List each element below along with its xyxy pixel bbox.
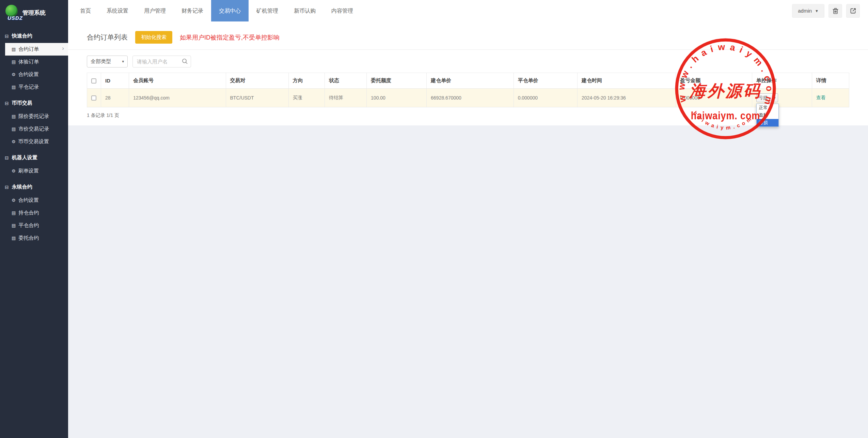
sidebar-section-coin-trade[interactable]: ⊟ 币币交易: [0, 96, 68, 110]
sidebar-section-perpetual-contract[interactable]: ⊟ 永续合约: [0, 180, 68, 194]
table-row: 28 123456@qq.com BTC/USDT 买涨 待结算 100.00 …: [87, 89, 849, 107]
gear-icon: ⚙: [12, 198, 16, 203]
cell-amount: 100.00: [367, 89, 427, 107]
logo-globe-icon: USDZ: [5, 5, 18, 17]
sidebar: ⊟ 快速合约 ▤ 合约订单 › ▤ 体验订单 ⚙ 合约设置 ▤ 平仓记录 ⊟ 币…: [0, 21, 68, 438]
sidebar-item-contract-settings[interactable]: ⚙ 合约设置: [5, 68, 68, 81]
search-icon[interactable]: [182, 58, 188, 66]
user-dropdown-button[interactable]: admin ▼: [792, 4, 824, 18]
cell-account: 123456@qq.com: [129, 89, 226, 107]
chevron-down-icon: ▾: [122, 59, 124, 64]
sidebar-item-holding-contracts[interactable]: ▤ 持仓合约: [5, 207, 68, 219]
sidebar-item-trial-orders[interactable]: ▤ 体验订单: [5, 56, 68, 68]
select-all-checkbox[interactable]: [91, 78, 96, 84]
sidebar-section-robot-settings[interactable]: ⊟ 机器人设置: [0, 151, 68, 165]
nav-item-newcoin-subscribe[interactable]: 新币认购: [286, 0, 323, 21]
control-options-panel: 正常 盈利 亏损: [756, 104, 779, 127]
sidebar-item-label: 合约设置: [18, 197, 39, 203]
sidebar-item-contract-orders[interactable]: ▤ 合约订单 ›: [5, 43, 68, 56]
sidebar-item-entrust-contracts[interactable]: ▤ 委托合约: [5, 232, 68, 244]
collapse-icon: ⊟: [5, 101, 9, 106]
sidebar-item-coin-trade-settings[interactable]: ⚙ 币币交易设置: [5, 135, 68, 148]
sidebar-section-quick-contract[interactable]: ⊟ 快速合约: [0, 29, 68, 43]
sidebar-item-perpetual-settings[interactable]: ⚙ 合约设置: [5, 194, 68, 207]
sidebar-item-label: 体验订单: [18, 59, 39, 65]
col-id: ID: [101, 73, 129, 89]
collapse-icon: ⊟: [5, 155, 9, 161]
type-filter-select[interactable]: 全部类型 ▾: [87, 56, 128, 67]
cell-pair: BTC/USDT: [226, 89, 288, 107]
pagination-info: 1 条记录 1/1 页: [87, 112, 849, 119]
list-icon: ▤: [12, 59, 16, 64]
col-open-price: 建仓单价: [427, 73, 514, 89]
sidebar-item-label: 合约订单: [18, 46, 39, 52]
cell-open-price: 66928.670000: [427, 89, 514, 107]
list-icon: ▤: [12, 47, 16, 52]
gear-icon: ⚙: [12, 139, 16, 144]
list-icon: ▤: [12, 126, 16, 132]
cell-id: 28: [101, 89, 129, 107]
sidebar-item-label: 平仓记录: [18, 84, 39, 90]
sidebar-item-label: 合约设置: [18, 71, 39, 78]
nav-item-finance-records[interactable]: 财务记录: [174, 0, 211, 21]
nav-item-miner-management[interactable]: 矿机管理: [249, 0, 286, 21]
nav-item-system-settings[interactable]: 系统设置: [99, 0, 136, 21]
main-content: 合约订单列表 初始化搜索 如果用户ID被指定盈亏,不受单控影响 全部类型 ▾: [68, 21, 868, 438]
trash-icon: [832, 7, 839, 14]
list-icon: ▤: [12, 223, 16, 228]
control-option-loss[interactable]: 亏损: [757, 119, 778, 126]
chevron-down-icon: ▾: [774, 96, 776, 100]
sidebar-item-limit-order-records[interactable]: ▤ 限价委托记录: [5, 110, 68, 123]
col-profit: 盈亏金额: [676, 73, 752, 89]
cell-status: 待结算: [325, 89, 366, 107]
col-status: 状态: [325, 73, 366, 89]
logo-text: USDZ: [7, 15, 23, 21]
view-detail-link[interactable]: 查看: [816, 95, 826, 100]
control-select[interactable]: 亏损 ▾: [756, 93, 778, 102]
logout-button[interactable]: [846, 4, 860, 18]
trash-button[interactable]: [828, 4, 842, 18]
nav-item-content-management[interactable]: 内容管理: [323, 0, 361, 21]
collapse-icon: ⊟: [5, 184, 9, 190]
sidebar-item-label: 限价委托记录: [18, 113, 49, 120]
chevron-down-icon: ▼: [815, 9, 819, 13]
list-icon: ▤: [12, 114, 16, 119]
nav-item-user-management[interactable]: 用户管理: [136, 0, 174, 21]
cell-direction: 买涨: [288, 89, 325, 107]
col-account: 会员账号: [129, 73, 226, 89]
nav-item-home[interactable]: 首页: [72, 0, 99, 21]
col-pair: 交易对: [226, 73, 288, 89]
col-detail: 详情: [812, 73, 849, 89]
control-option-normal[interactable]: 正常: [757, 104, 778, 111]
sidebar-item-brush-order-settings[interactable]: ⚙ 刷单设置: [5, 165, 68, 177]
sidebar-item-label: 币币交易设置: [18, 138, 49, 145]
collapse-icon: ⊟: [5, 33, 9, 39]
nav-item-trade-center[interactable]: 交易中心: [211, 0, 249, 21]
sidebar-item-label: 委托合约: [18, 235, 39, 241]
control-option-profit[interactable]: 盈利: [757, 111, 778, 119]
sidebar-item-closed-contracts[interactable]: ▤ 平仓合约: [5, 219, 68, 232]
table-header-row: ID 会员账号 交易对 方向 状态 委托额度 建仓单价 平仓单价 建仓时间 盈亏…: [87, 73, 849, 89]
sidebar-item-label: 市价交易记录: [18, 126, 49, 132]
cell-close-price: 0.000000: [514, 89, 577, 107]
list-icon: ▤: [12, 236, 16, 241]
sidebar-item-market-trade-records[interactable]: ▤ 市价交易记录: [5, 123, 68, 135]
section-title: 币币交易: [12, 100, 32, 106]
col-amount: 委托额度: [367, 73, 427, 89]
top-navigation: 首页 系统设置 用户管理 财务记录 交易中心 矿机管理 新币认购 内容管理: [68, 0, 361, 21]
sidebar-item-close-records[interactable]: ▤ 平仓记录: [5, 81, 68, 93]
sidebar-item-label: 平仓合约: [18, 222, 39, 229]
col-close-price: 平仓单价: [514, 73, 577, 89]
section-title: 永续合约: [12, 184, 32, 190]
col-control: 单控操作: [752, 73, 812, 89]
col-open-time: 建仓时间: [577, 73, 676, 89]
section-title: 快速合约: [12, 33, 32, 39]
control-select-value: 亏损: [759, 95, 768, 101]
cell-profit: 0.000000: [676, 89, 752, 107]
header: USDZ 管理系统 首页 系统设置 用户管理 财务记录 交易中心 矿机管理 新币…: [0, 0, 868, 21]
logo: USDZ 管理系统: [0, 0, 68, 21]
init-search-button[interactable]: 初始化搜索: [135, 31, 172, 44]
list-icon: ▤: [12, 210, 16, 215]
row-checkbox[interactable]: [91, 95, 96, 101]
sidebar-item-label: 刷单设置: [18, 168, 39, 174]
